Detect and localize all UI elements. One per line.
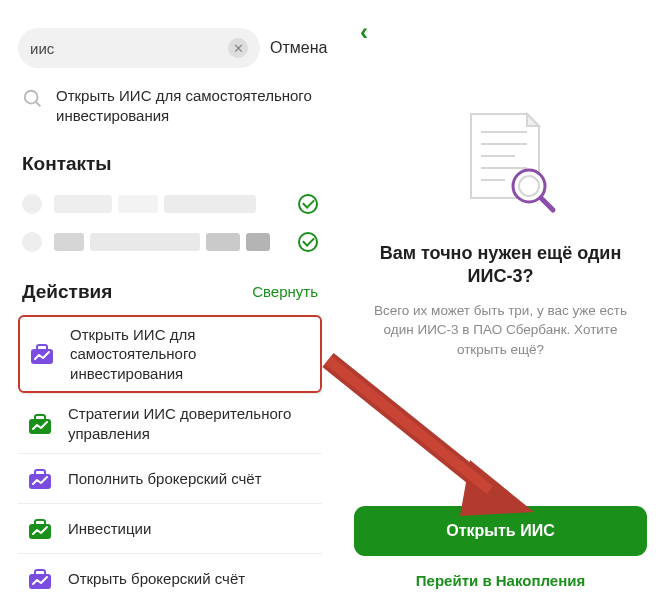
nav-bar: ‹ (354, 18, 647, 48)
svg-point-0 (25, 91, 38, 104)
action-item[interactable]: Пополнить брокерский счёт (18, 453, 322, 503)
clear-icon[interactable]: ✕ (228, 38, 248, 58)
open-iis-button[interactable]: Открыть ИИС (354, 506, 647, 556)
back-icon[interactable]: ‹ (354, 18, 368, 45)
search-box[interactable]: ✕ (18, 28, 260, 68)
search-suggestion-label: Открыть ИИС для самостоятельного инвести… (56, 86, 318, 127)
action-label: Открыть ИИС для самостоятельного инвести… (70, 325, 312, 384)
document-illustration (441, 102, 561, 222)
briefcase-chart-icon (28, 341, 56, 367)
briefcase-chart-icon (26, 411, 54, 437)
briefcase-chart-icon (26, 566, 54, 592)
confirm-screen: ‹ Вам точно нужен ещё один ИИС-3? Всего … (340, 0, 661, 603)
actions-header-row: Действия Свернуть (22, 281, 318, 303)
cancel-button[interactable]: Отмена (270, 39, 327, 57)
verified-icon (298, 232, 318, 252)
search-icon (22, 88, 44, 110)
action-item[interactable]: Открыть брокерский счёт (18, 553, 322, 603)
action-label: Пополнить брокерский счёт (68, 469, 262, 489)
search-input[interactable] (30, 40, 220, 57)
contact-item[interactable] (22, 187, 318, 221)
actions-section: Действия Свернуть Открыть ИИС для самост… (18, 281, 322, 604)
action-label: Стратегии ИИС доверительного управления (68, 404, 314, 443)
search-suggestion[interactable]: Открыть ИИС для самостоятельного инвести… (22, 86, 318, 127)
action-item[interactable]: Инвестиции (18, 503, 322, 553)
actions-header: Действия (22, 281, 112, 303)
contacts-header-row: Контакты (22, 153, 318, 175)
prompt-subtitle: Всего их может быть три, у вас уже есть … (368, 301, 633, 360)
search-row: ✕ Отмена (18, 28, 322, 68)
action-label: Открыть брокерский счёт (68, 569, 245, 589)
action-item[interactable]: Стратегии ИИС доверительного управления (18, 393, 322, 453)
goto-savings-link[interactable]: Перейти в Накопления (354, 572, 647, 589)
briefcase-chart-icon (26, 516, 54, 542)
svg-marker-8 (527, 114, 539, 126)
action-item[interactable]: Открыть ИИС для самостоятельного инвести… (18, 315, 322, 394)
search-screen: ✕ Отмена Открыть ИИС для самостоятельног… (0, 0, 340, 603)
briefcase-chart-icon (26, 466, 54, 492)
contact-item[interactable] (22, 225, 318, 259)
verified-icon (298, 194, 318, 214)
contacts-header: Контакты (22, 153, 112, 175)
svg-line-1 (36, 102, 41, 107)
action-label: Инвестиции (68, 519, 151, 539)
svg-line-16 (541, 198, 553, 210)
collapse-button[interactable]: Свернуть (252, 283, 318, 300)
prompt-title: Вам точно нужен ещё один ИИС-3? (364, 242, 637, 289)
